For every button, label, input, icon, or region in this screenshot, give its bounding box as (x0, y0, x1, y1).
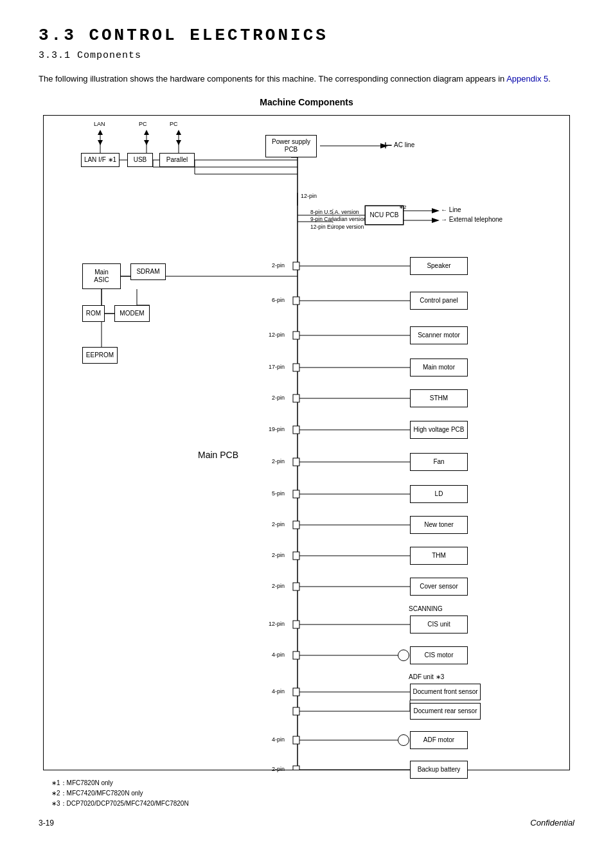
power-supply-box: Power supplyPCB (265, 135, 317, 157)
parallel-box: Parallel (159, 153, 195, 167)
ncu-star: ∗2 (399, 204, 406, 210)
ac-line-label: AC line (394, 141, 414, 148)
control-panel-box: Control panel (410, 292, 468, 310)
ncu-12pin-label: 12-pin (301, 193, 317, 199)
svg-rect-40 (293, 262, 299, 270)
adf-motor-box: ADF motor (410, 731, 468, 749)
svg-rect-41 (293, 297, 299, 305)
pc-label-2: PC (170, 121, 178, 127)
svg-marker-2 (98, 140, 103, 145)
page-footer: 3-19 Confidential (39, 818, 574, 828)
machine-components-diagram: LAN PC PC Power supplyPCB AC line ⊢ LAN … (43, 115, 570, 770)
svg-rect-42 (293, 332, 299, 339)
svg-rect-48 (293, 521, 299, 529)
svg-rect-43 (293, 364, 299, 371)
svg-marker-5 (144, 140, 149, 145)
usb-box: USB (127, 153, 153, 167)
ncu-notes: 8-pin U.S.A. version 9-pin Canadian vers… (310, 209, 366, 232)
fan-box: Fan (410, 453, 468, 471)
scanning-label: SCANNING (409, 605, 443, 612)
modem-box: MODEM (114, 305, 150, 322)
footnote-1: ∗1：MFC7820N only (51, 778, 574, 788)
speaker-box: Speaker (410, 257, 468, 275)
svg-marker-21 (432, 208, 440, 213)
svg-rect-49 (293, 552, 299, 560)
svg-rect-55 (293, 766, 299, 770)
new-toner-box: New toner (410, 516, 468, 534)
footnote-2: ∗2：MFC7420/MFC7820N only (51, 788, 574, 799)
lan-if-box: LAN I/F ∗1 (81, 153, 120, 167)
pc-label-1: PC (139, 121, 147, 127)
svg-rect-51 (293, 621, 299, 628)
adf-motor-circle (398, 734, 409, 746)
scanner-motor-box: Scanner motor (410, 326, 468, 344)
cis-unit-pin: 12-pin (269, 621, 285, 627)
svg-marker-23 (432, 218, 440, 223)
svg-rect-50 (293, 583, 299, 590)
diagram-lines (44, 116, 569, 770)
appendix-link[interactable]: Appendix 5 (506, 74, 548, 84)
cis-motor-pin: 4-pin (272, 651, 285, 658)
speaker-pin: 2-pin (272, 262, 285, 269)
ac-line-symbol: ⊢ (384, 140, 392, 150)
ext-tel-label: → External telephone (441, 216, 502, 223)
backup-battery-pin: 2-pin (272, 766, 285, 772)
rom-box: ROM (82, 305, 105, 322)
high-voltage-box: High voltage PCB (410, 421, 468, 439)
thm-box: THM (410, 547, 468, 565)
page-number: 3-19 (39, 819, 54, 828)
cis-unit-box: CIS unit (410, 616, 468, 633)
cover-sensor-box: Cover sensor (410, 578, 468, 596)
sthm-pin: 2-pin (272, 394, 285, 401)
svg-marker-7 (176, 130, 181, 135)
doc-rear-sensor-box: Document rear sensor (410, 703, 481, 720)
main-asic-box: MainASIC (82, 263, 121, 289)
sthm-box: STHM (410, 389, 468, 407)
svg-marker-4 (144, 130, 149, 135)
svg-rect-54 (293, 736, 299, 744)
svg-rect-45 (293, 426, 299, 434)
doc-front-sensor-box: Document front sensor (410, 684, 481, 700)
main-motor-pin: 17-pin (269, 364, 285, 370)
main-motor-box: Main motor (410, 359, 468, 376)
svg-rect-46 (293, 458, 299, 466)
line-label: ← Line (441, 206, 461, 213)
scanner-motor-pin: 12-pin (269, 332, 285, 338)
adf-motor-pin: 4-pin (272, 736, 285, 743)
ld-box: LD (410, 485, 468, 503)
ncu-pcb-box: NCU PCB (365, 206, 404, 225)
backup-battery-box: Backup battery (410, 761, 468, 779)
high-voltage-pin: 19-pin (269, 426, 285, 432)
svg-rect-70 (293, 707, 299, 715)
adf-unit-label: ADF unit ∗3 (409, 673, 444, 680)
sdram-box: SDRAM (130, 263, 166, 280)
svg-rect-52 (293, 651, 299, 659)
confidential-label: Confidential (530, 818, 574, 828)
svg-rect-53 (293, 688, 299, 696)
section-title: 3.3 CONTROL ELECTRONICS (39, 26, 574, 45)
svg-marker-8 (176, 140, 181, 145)
cover-sensor-pin: 2-pin (272, 583, 285, 589)
control-panel-pin: 6-pin (272, 297, 285, 303)
lan-label: LAN (94, 121, 105, 127)
footnotes: ∗1：MFC7820N only ∗2：MFC7420/MFC7820N onl… (39, 778, 574, 809)
eeprom-box: EEPROM (82, 347, 118, 364)
svg-marker-1 (98, 130, 103, 135)
cis-motor-circle (398, 650, 409, 661)
cis-motor-box: CIS motor (410, 646, 468, 664)
fan-pin: 2-pin (272, 458, 285, 465)
svg-rect-44 (293, 394, 299, 402)
footnote-3: ∗3：DCP7020/DCP7025/MFC7420/MFC7820N (51, 799, 574, 809)
intro-paragraph: The following illustration shows the har… (39, 73, 574, 85)
main-pcb-label: Main PCB (198, 450, 238, 460)
subsection-title: 3.3.1 Components (39, 50, 574, 61)
thm-pin: 2-pin (272, 552, 285, 558)
diagram-title: Machine Components (39, 97, 574, 107)
svg-rect-47 (293, 490, 299, 498)
ld-pin: 5-pin (272, 490, 285, 497)
new-toner-pin: 2-pin (272, 521, 285, 527)
doc-front-pin: 4-pin (272, 688, 285, 695)
